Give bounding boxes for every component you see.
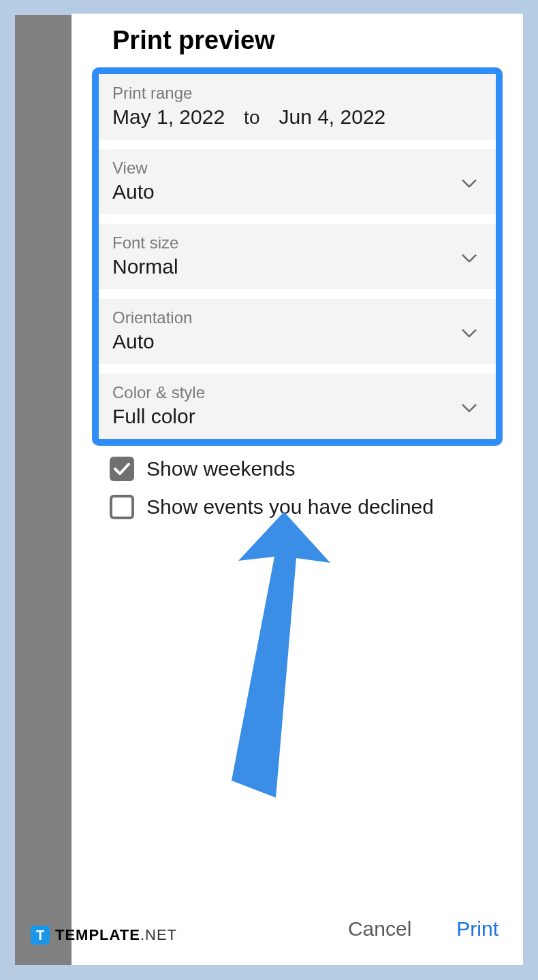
print-button[interactable]: Print xyxy=(454,913,501,945)
print-range-label: Print range xyxy=(112,84,482,103)
font-size-value: Normal xyxy=(112,255,482,278)
chevron-down-icon xyxy=(462,254,477,262)
cancel-button[interactable]: Cancel xyxy=(345,913,414,945)
dialog-footer: Cancel Print xyxy=(345,913,501,945)
color-style-field[interactable]: Color & style Full color xyxy=(99,374,496,439)
print-range-field[interactable]: Print range May 1, 2022 to Jun 4, 2022 xyxy=(99,74,496,140)
view-field[interactable]: View Auto xyxy=(99,149,496,214)
chevron-down-icon xyxy=(462,404,477,412)
view-label: View xyxy=(112,159,482,178)
show-declined-checkbox[interactable] xyxy=(110,495,134,519)
orientation-value: Auto xyxy=(112,330,482,353)
color-style-value: Full color xyxy=(112,405,482,428)
orientation-field[interactable]: Orientation Auto xyxy=(99,299,496,364)
highlighted-settings-group: Print range May 1, 2022 to Jun 4, 2022 V… xyxy=(92,67,503,446)
print-range-start[interactable]: May 1, 2022 xyxy=(112,105,225,129)
chevron-down-icon xyxy=(462,179,477,187)
watermark-bold: TEMPLATE xyxy=(55,926,140,943)
show-weekends-label: Show weekends xyxy=(146,457,295,480)
print-preview-panel: Print preview Print range May 1, 2022 to… xyxy=(72,14,523,965)
font-size-label: Font size xyxy=(112,233,482,252)
page-title: Print preview xyxy=(72,14,523,67)
show-weekends-row[interactable]: Show weekends xyxy=(72,450,523,488)
print-range-end[interactable]: Jun 4, 2022 xyxy=(279,105,385,129)
print-range-to: to xyxy=(244,107,259,129)
watermark-text: TEMPLATE.NET xyxy=(55,926,177,944)
chevron-down-icon xyxy=(462,329,477,337)
watermark-light: .NET xyxy=(140,926,177,943)
show-weekends-checkbox[interactable] xyxy=(110,457,134,481)
show-declined-label: Show events you have declined xyxy=(146,495,434,519)
font-size-field[interactable]: Font size Normal xyxy=(99,224,496,289)
orientation-label: Orientation xyxy=(112,308,482,327)
color-style-label: Color & style xyxy=(112,383,482,402)
watermark: T TEMPLATE.NET xyxy=(31,926,177,945)
show-declined-row[interactable]: Show events you have declined xyxy=(72,488,523,526)
view-value: Auto xyxy=(112,180,482,203)
watermark-badge: T xyxy=(31,926,50,945)
